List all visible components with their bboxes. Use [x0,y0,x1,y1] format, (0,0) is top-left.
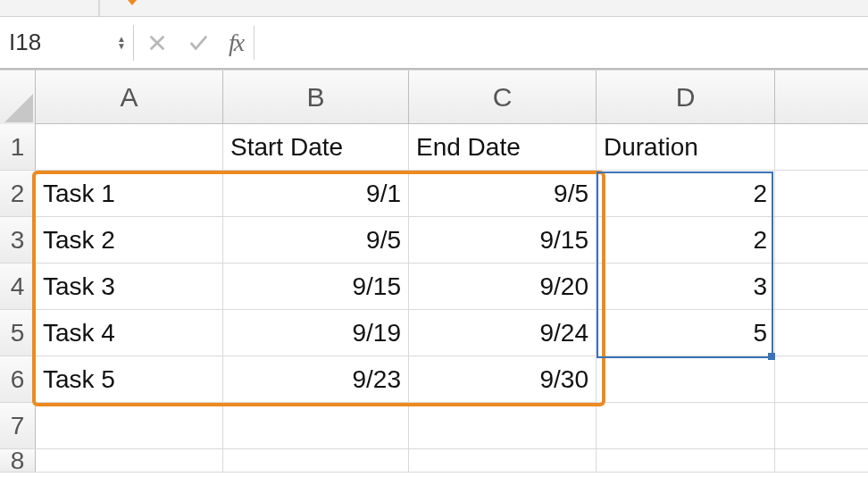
cell-B7[interactable] [223,403,409,448]
row-header-1[interactable]: 1 [0,124,36,170]
cell-D6[interactable] [597,356,775,402]
cell-C5[interactable]: 9/24 [409,310,597,356]
table-row: 8 [0,449,868,473]
cell-A5[interactable]: Task 4 [36,310,223,356]
col-header-A[interactable]: A [36,71,223,123]
ribbon-divider [98,0,100,16]
cell-C3[interactable]: 9/15 [409,217,597,263]
col-header-B[interactable]: B [223,71,409,123]
row-header-3[interactable]: 3 [0,217,36,263]
cell-A2[interactable]: Task 1 [36,171,223,216]
cell-A6[interactable]: Task 5 [36,356,223,402]
ribbon-sliver [0,0,868,16]
formula-input[interactable] [254,26,868,60]
checkmark-icon[interactable] [187,33,210,53]
dropdown-caret-icon [123,0,141,5]
cell-D8[interactable] [597,449,775,472]
column-headers: A B C D [0,71,868,124]
cell-B2[interactable]: 9/1 [223,171,409,216]
cell-B1[interactable]: Start Date [223,124,409,170]
col-header-C[interactable]: C [409,71,597,123]
table-row: 1 Start Date End Date Duration [0,124,868,171]
table-row: 4 Task 3 9/15 9/20 3 [0,264,868,310]
cell-B3[interactable]: 9/5 [223,217,409,263]
cell-D7[interactable] [597,403,775,448]
fx-label[interactable]: fx [223,29,248,57]
cell-C2[interactable]: 9/5 [409,171,597,216]
table-row: 7 [0,403,868,449]
formula-bar: I18 ▲ ▼ fx [0,16,868,70]
name-box-value: I18 [9,29,41,56]
cell-A7[interactable] [36,403,223,448]
cell-C1[interactable]: End Date [409,124,597,170]
stepper-down-icon[interactable]: ▼ [117,43,126,50]
cell-D1[interactable]: Duration [597,124,775,170]
select-all-corner[interactable] [0,71,36,124]
row-header-8[interactable]: 8 [0,449,36,472]
cell-D3[interactable]: 2 [597,217,775,263]
row-header-4[interactable]: 4 [0,264,36,309]
cell-B8[interactable] [223,449,409,472]
formula-actions [134,33,223,53]
row-header-7[interactable]: 7 [0,403,36,448]
row-header-2[interactable]: 2 [0,171,36,216]
table-row: 5 Task 4 9/19 9/24 5 [0,310,868,356]
spreadsheet-grid[interactable]: A B C D 1 Start Date End Date Duration 2… [0,71,868,473]
cell-C7[interactable] [409,403,597,448]
cell-D2[interactable]: 2 [597,171,775,216]
table-row: 2 Task 1 9/1 9/5 2 [0,171,868,217]
col-header-D[interactable]: D [597,71,775,123]
name-box-stepper[interactable]: ▲ ▼ [117,36,126,50]
cell-C6[interactable]: 9/30 [409,356,597,402]
cancel-icon[interactable] [147,33,167,53]
cell-B4[interactable]: 9/15 [223,264,409,309]
name-box[interactable]: I18 ▲ ▼ [0,25,134,61]
table-row: 3 Task 2 9/5 9/15 2 [0,217,868,264]
cell-A1[interactable] [36,124,223,170]
row-header-6[interactable]: 6 [0,356,36,402]
cell-A4[interactable]: Task 3 [36,264,223,309]
cell-B5[interactable]: 9/19 [223,310,409,356]
cell-D4[interactable]: 3 [597,264,775,309]
row-header-5[interactable]: 5 [0,310,36,356]
cell-C8[interactable] [409,449,597,472]
cell-C4[interactable]: 9/20 [409,264,597,309]
cell-A3[interactable]: Task 2 [36,217,223,263]
cell-B6[interactable]: 9/23 [223,356,409,402]
cell-D5[interactable]: 5 [597,310,775,356]
cell-A8[interactable] [36,449,223,472]
table-row: 6 Task 5 9/23 9/30 [0,356,868,403]
